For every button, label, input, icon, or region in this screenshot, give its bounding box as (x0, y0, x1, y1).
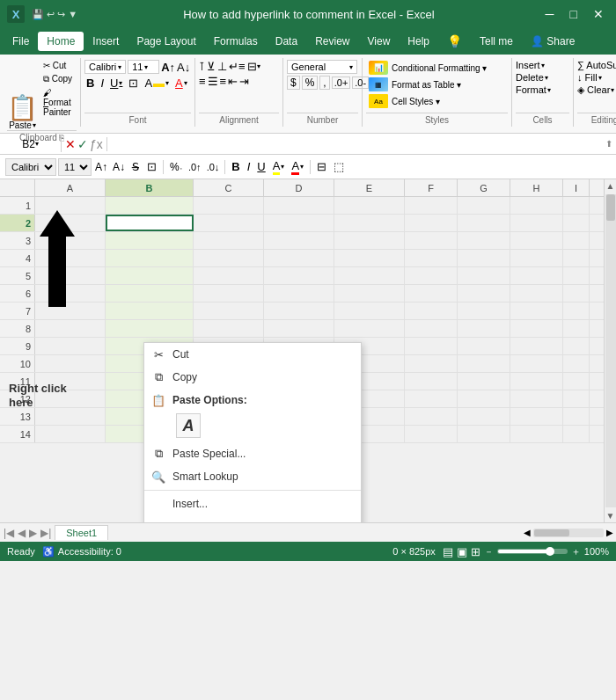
grid-cell[interactable] (510, 355, 563, 372)
cancel-formula-icon[interactable]: ✕ (65, 137, 76, 151)
grid-cell[interactable] (35, 355, 106, 372)
minimize-btn[interactable]: ─ (540, 5, 560, 23)
grid-cell[interactable] (458, 320, 510, 337)
horizontal-scrollbar[interactable]: ◀ ▶ (521, 523, 616, 542)
grid-cell[interactable] (405, 320, 458, 337)
scroll-up-btn[interactable]: ▲ (605, 179, 616, 193)
toolbar-grow-btn[interactable]: A↑ (93, 160, 109, 174)
corner-cell[interactable] (0, 179, 35, 196)
formula-collapse-btn[interactable]: ⬆ (602, 139, 616, 149)
menu-view[interactable]: View (359, 32, 400, 51)
grid-cell[interactable] (405, 303, 458, 319)
menu-home[interactable]: Home (38, 32, 84, 51)
menu-file[interactable]: File (4, 32, 38, 51)
grid-cell[interactable] (35, 408, 106, 425)
grid-cell[interactable] (458, 373, 510, 390)
grid-cell[interactable] (510, 408, 563, 425)
grid-cell[interactable] (563, 215, 590, 231)
ctx-cut[interactable]: ✂ Cut (144, 343, 361, 366)
hscroll-thumb[interactable] (534, 529, 569, 536)
ctx-paste-special[interactable]: ⧉ Paste Special... (144, 442, 361, 465)
align-middle-btn[interactable]: ⊻ (207, 60, 216, 73)
align-top-btn[interactable]: ⊺ (199, 60, 205, 73)
font-family-select[interactable]: Calibri▾ (84, 60, 126, 74)
dec-up-btn[interactable]: .0+ (332, 77, 351, 89)
grid-cell[interactable] (35, 338, 106, 354)
hscroll-right-btn[interactable]: ▶ (604, 528, 616, 537)
paste-button[interactable]: 📋 Paste▾ (7, 96, 38, 130)
menu-ideas[interactable]: 💡 (438, 31, 471, 52)
grid-cell[interactable] (458, 303, 510, 319)
align-bottom-btn[interactable]: ⊥ (217, 60, 227, 73)
grid-cell[interactable] (510, 267, 563, 284)
grid-cell[interactable] (510, 373, 563, 390)
scroll-thumb[interactable] (606, 194, 615, 221)
col-header-d[interactable]: D (264, 179, 334, 196)
grid-cell[interactable] (405, 285, 458, 302)
grid-cell[interactable] (405, 197, 458, 214)
toolbar-format-icon[interactable]: ⊡ (144, 159, 159, 174)
grid-cell[interactable] (264, 250, 334, 266)
sheet-first-btn[interactable]: |◀ (4, 527, 14, 539)
grid-cell[interactable] (458, 390, 510, 407)
grid-cell[interactable] (563, 373, 590, 390)
hscroll-left-btn[interactable]: ◀ (521, 528, 533, 537)
grid-cell[interactable] (563, 338, 590, 354)
grid-cell[interactable] (106, 267, 194, 284)
grid-cell[interactable] (510, 232, 563, 249)
grid-cell[interactable] (458, 426, 510, 442)
toolbar-shrink-btn[interactable]: A↓ (111, 160, 127, 174)
menu-page-layout[interactable]: Page Layout (128, 32, 204, 51)
maximize-btn[interactable]: □ (565, 5, 583, 23)
cell-styles-btn[interactable]: Aa Cell Styles ▾ (366, 93, 443, 109)
confirm-formula-icon[interactable]: ✓ (77, 137, 88, 151)
scroll-down-btn[interactable]: ▼ (605, 509, 616, 522)
autosum-btn[interactable]: ∑ AutoSum ▾ (577, 60, 616, 70)
grid-cell[interactable] (334, 232, 405, 249)
ctx-copy[interactable]: ⧉ Copy (144, 366, 361, 389)
grid-cell[interactable] (35, 320, 106, 337)
grid-cell[interactable] (106, 320, 194, 337)
grid-cell[interactable] (563, 426, 590, 442)
view-page-break-btn[interactable]: ⊞ (471, 545, 480, 558)
view-normal-btn[interactable]: ▤ (443, 545, 453, 558)
grid-cell[interactable] (194, 250, 264, 266)
col-header-h[interactable]: H (510, 179, 563, 196)
toolbar-extra-btn[interactable]: ⬚ (331, 159, 347, 174)
grid-cell[interactable] (264, 232, 334, 249)
menu-tell-me[interactable]: Tell me (471, 32, 522, 51)
menu-formulas[interactable]: Formulas (205, 32, 267, 51)
grid-cell[interactable] (563, 232, 590, 249)
format-painter-button[interactable]: 🖌 Format Painter (41, 87, 77, 118)
grid-cell[interactable] (563, 303, 590, 319)
align-left-btn[interactable]: ≡ (199, 75, 206, 88)
sheet-next-btn[interactable]: ▶ (29, 527, 37, 539)
grid-cell[interactable] (563, 267, 590, 284)
increase-indent-btn[interactable]: ⇥ (239, 75, 249, 88)
col-header-a[interactable]: A (35, 179, 106, 196)
grid-cell[interactable] (458, 232, 510, 249)
grid-cell[interactable] (106, 232, 194, 249)
fill-btn[interactable]: ↓ Fill ▾ (577, 72, 602, 83)
underline-button[interactable]: U▾ (108, 76, 124, 91)
grid-cell[interactable] (106, 197, 194, 214)
decrease-indent-btn[interactable]: ⇤ (228, 75, 238, 88)
grid-cell[interactable] (194, 232, 264, 249)
number-format-select[interactable]: General▾ (287, 60, 357, 74)
insert-cells-btn[interactable]: Insert ▾ (516, 60, 545, 70)
italic-button[interactable]: I (99, 76, 106, 91)
insert-function-icon[interactable]: ƒx (90, 137, 103, 151)
grid-cell[interactable] (106, 303, 194, 319)
grid-cell[interactable] (510, 215, 563, 231)
menu-share[interactable]: 👤 Share (522, 32, 583, 51)
toolbar-percent-btn[interactable]: % , (167, 160, 185, 174)
col-header-i[interactable]: I (563, 179, 590, 196)
grid-cell[interactable] (334, 285, 405, 302)
merge-center-btn[interactable]: ⊟▾ (247, 60, 260, 73)
zoom-in-btn[interactable]: ＋ (571, 545, 581, 558)
grid-cell[interactable] (106, 285, 194, 302)
grid-cell[interactable] (334, 197, 405, 214)
toolbar-font-select[interactable]: Calibri (5, 158, 56, 176)
wrap-text-btn[interactable]: ↵≡ (229, 60, 246, 73)
grid-cell[interactable] (405, 390, 458, 407)
